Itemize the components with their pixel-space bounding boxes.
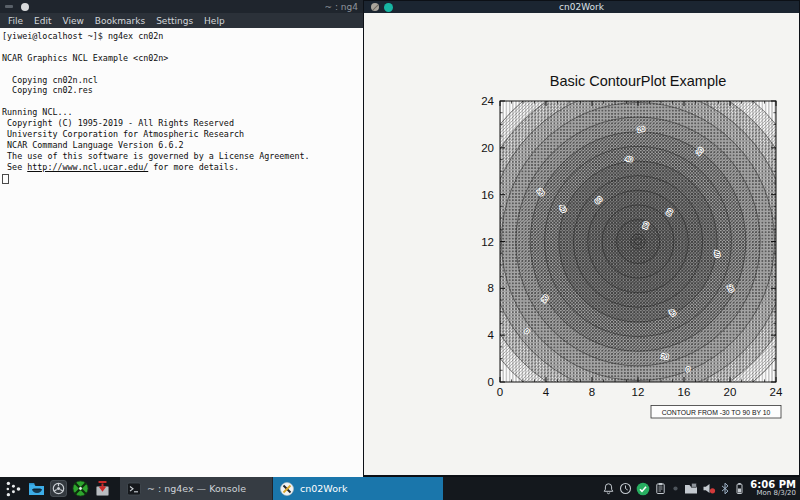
taskbar: ~ : ng4ex — Konsole cn02Work	[0, 477, 800, 500]
cn02work-window-title: cn02Work	[364, 2, 799, 12]
package-installer-icon[interactable]	[94, 480, 111, 497]
contour-info-label: CONTOUR FROM -30 TO 90 BY 10	[662, 409, 771, 416]
ball-app-icon[interactable]	[72, 480, 89, 497]
menu-item-view[interactable]: View	[63, 16, 84, 26]
x-tick-label: 4	[543, 386, 550, 398]
pin-button-icon[interactable]	[5, 5, 13, 8]
menu-item-settings[interactable]: Settings	[156, 16, 193, 26]
menu-item-help[interactable]: Help	[204, 16, 225, 26]
konsole-menubar: FileEditViewBookmarksSettingsHelp	[0, 13, 363, 28]
notifications-bell-icon[interactable]	[602, 482, 615, 495]
bluetooth-icon[interactable]	[720, 482, 730, 495]
task-label: cn02Work	[300, 483, 347, 494]
desktop: ~ : ng4 FileEditViewBookmarksSettingsHel…	[0, 0, 800, 500]
xorg-task-icon	[280, 482, 294, 496]
x-tick-label: 16	[678, 386, 691, 398]
y-tick-label: 0	[488, 376, 494, 388]
device-notifier-icon[interactable]	[684, 482, 698, 495]
terminal-line: NCAR Graphics NCL Example <cn02n>	[2, 53, 360, 64]
file-manager-icon[interactable]	[28, 480, 45, 497]
terminal-url-link[interactable]: http://www.ncl.ucar.edu/	[27, 162, 148, 172]
y-tick-label: 12	[481, 236, 494, 248]
taskbar-task-konsole[interactable]: ~ : ng4ex — Konsole	[120, 477, 273, 500]
terminal-line: [yiwei@localhost ~]$ ng4ex cn02n	[2, 31, 360, 42]
y-tick-label: 8	[488, 282, 494, 294]
taskbar-clock[interactable]: 6:06 PM Mon 8/3/20	[750, 479, 796, 498]
x-tick-label: 8	[589, 386, 595, 398]
window-menu-button-icon[interactable]	[21, 3, 29, 11]
terminal-line: Copying cn02n.ncl	[2, 75, 360, 86]
terminal-line: Copying cn02.res	[2, 85, 360, 96]
terminal-line: See http://www.ncl.ucar.edu/ for more de…	[2, 162, 360, 173]
cn02work-window: cn02Work 0481216202404812162024Basic Con…	[363, 0, 800, 476]
konsole-titlebar[interactable]: ~ : ng4	[0, 0, 363, 13]
x-tick-label: 0	[497, 386, 503, 398]
menu-item-edit[interactable]: Edit	[34, 16, 51, 26]
terminal-line	[2, 64, 360, 75]
x-tick-label: 20	[724, 386, 737, 398]
task-label: ~ : ng4ex — Konsole	[147, 483, 246, 494]
updates-ok-check-icon[interactable]	[636, 482, 650, 496]
konsole-task-icon	[127, 482, 141, 496]
y-tick-label: 16	[481, 189, 494, 201]
window-button-icon[interactable]	[384, 3, 393, 12]
menu-item-bookmarks[interactable]: Bookmarks	[95, 16, 145, 26]
cn02work-titlebar[interactable]: cn02Work	[364, 1, 799, 13]
battery-device-icon[interactable]	[734, 482, 745, 495]
dim-status-icon[interactable]	[671, 482, 680, 495]
terminal-line	[2, 96, 360, 107]
konsole-window: ~ : ng4 FileEditViewBookmarksSettingsHel…	[0, 0, 363, 477]
terminal-line: Running NCL...	[2, 107, 360, 118]
plot-title: Basic ContourPlot Example	[550, 73, 727, 89]
terminal-line: University Corporation for Atmospheric R…	[2, 129, 360, 140]
terminal-output[interactable]: [yiwei@localhost ~]$ ng4ex cn02n NCAR Gr…	[0, 28, 363, 186]
konsole-window-title: ~ : ng4	[325, 2, 358, 12]
taskbar-task-cn02work[interactable]: cn02Work	[273, 477, 443, 500]
clock-tray-icon[interactable]	[619, 482, 632, 495]
wheel-app-icon[interactable]	[50, 480, 67, 497]
volume-muted-icon[interactable]	[702, 482, 716, 495]
close-button-icon[interactable]	[371, 3, 379, 11]
terminal-line: NCAR Command Language Version 6.6.2	[2, 140, 360, 151]
app-launcher-icon[interactable]	[5, 480, 23, 498]
clock-date: Mon 8/3/20	[750, 490, 796, 498]
terminal-line	[2, 42, 360, 53]
contour-plot: 0481216202404812162024Basic ContourPlot …	[364, 13, 800, 475]
terminal-line: Copyright (C) 1995-2019 - All Rights Res…	[2, 118, 360, 129]
menu-item-file[interactable]: File	[8, 16, 23, 26]
system-tray	[602, 482, 745, 496]
y-tick-label: 20	[481, 142, 494, 154]
y-tick-label: 24	[481, 95, 494, 107]
x-tick-label: 12	[632, 386, 645, 398]
contour-bands	[458, 59, 800, 425]
clipboard-icon[interactable]	[654, 482, 667, 495]
x-tick-label: 24	[770, 386, 783, 398]
terminal-cursor	[2, 174, 9, 184]
terminal-line: The use of this software is governed by …	[2, 151, 360, 162]
y-tick-label: 4	[488, 329, 495, 341]
